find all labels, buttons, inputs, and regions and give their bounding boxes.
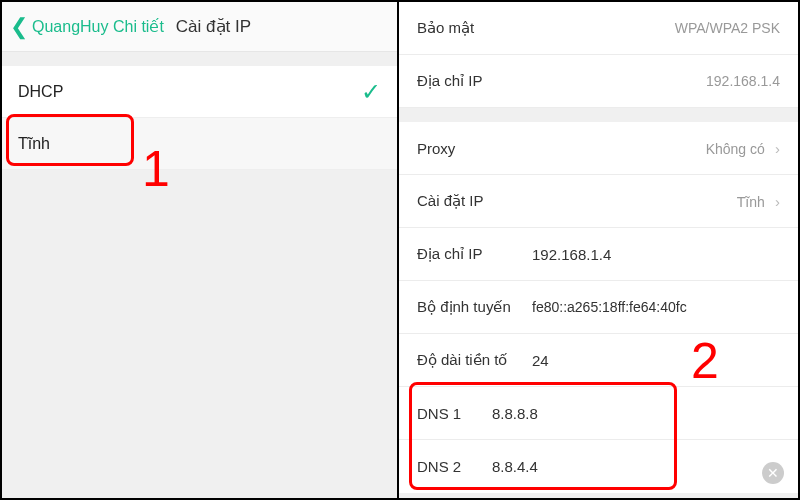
check-icon: ✓ [361,78,381,106]
ip-mode-list: DHCP ✓ Tĩnh [2,66,397,170]
ip-setting-value: Tĩnh [737,194,765,210]
row-ip-top[interactable]: Địa chỉ IP 192.168.1.4 [399,55,798,108]
option-dhcp-label: DHCP [18,83,63,101]
back-label[interactable]: QuangHuy Chi tiết [32,17,164,36]
dns1-value: 8.8.8.8 [492,405,538,422]
ip-top-label: Địa chỉ IP [417,72,483,90]
dns2-label: DNS 2 [417,458,492,475]
option-static-label: Tĩnh [18,135,50,153]
chevron-right-icon: › [775,193,780,210]
row-prefix[interactable]: Độ dài tiền tố 24 [399,334,798,387]
row-dns1[interactable]: DNS 1 8.8.8.8 [399,387,798,440]
proxy-value: Không có [706,141,765,157]
option-static[interactable]: Tĩnh [2,118,397,170]
prefix-label: Độ dài tiền tố [417,351,532,369]
close-icon[interactable]: ✕ [762,462,784,484]
dns1-label: DNS 1 [417,405,492,422]
back-icon[interactable]: ❮ [10,14,28,40]
option-dhcp[interactable]: DHCP ✓ [2,66,397,118]
row-ip-address[interactable]: Địa chỉ IP 192.168.1.4 [399,228,798,281]
row-router[interactable]: Bộ định tuyến fe80::a265:18ff:fe64:40fc [399,281,798,334]
ip-setting-label: Cài đặt IP [417,192,484,210]
right-pane: Bảo mật WPA/WPA2 PSK Địa chỉ IP 192.168.… [399,2,798,498]
security-label: Bảo mật [417,19,474,37]
ip-address-value: 192.168.1.4 [532,246,611,263]
section-gap [399,108,798,122]
ip-top-value: 192.168.1.4 [706,73,780,89]
chevron-right-icon: › [775,140,780,157]
page-title: Cài đặt IP [176,16,251,37]
router-label: Bộ định tuyến [417,298,532,316]
router-value: fe80::a265:18ff:fe64:40fc [532,299,687,315]
dns2-value: 8.8.4.4 [492,458,538,475]
prefix-value: 24 [532,352,549,369]
row-security[interactable]: Bảo mật WPA/WPA2 PSK [399,2,798,55]
left-pane: ❮ QuangHuy Chi tiết Cài đặt IP DHCP ✓ Tĩ… [2,2,399,498]
ip-address-label: Địa chỉ IP [417,245,532,263]
proxy-label: Proxy [417,140,455,157]
row-ip-setting[interactable]: Cài đặt IP Tĩnh › [399,175,798,228]
row-dns2[interactable]: DNS 2 8.8.4.4 [399,440,798,493]
row-proxy[interactable]: Proxy Không có › [399,122,798,175]
security-value: WPA/WPA2 PSK [675,20,780,36]
header-bar: ❮ QuangHuy Chi tiết Cài đặt IP [2,2,397,52]
